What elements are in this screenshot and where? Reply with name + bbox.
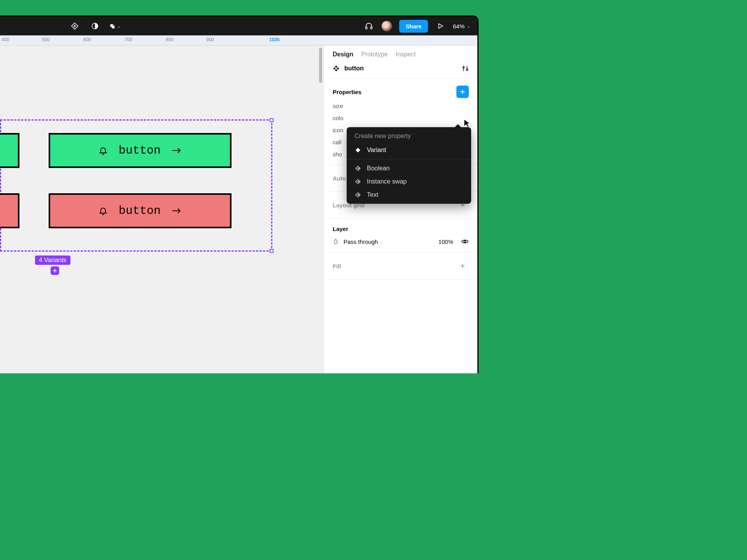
opacity-value[interactable]: 100% [438, 238, 453, 245]
scrollbar-vertical[interactable] [319, 48, 322, 83]
layer-section: Layer Pass through ⌄ 100% [324, 219, 477, 253]
popup-item-variant[interactable]: Variant [347, 144, 471, 159]
property-item[interactable]: colo [333, 115, 469, 121]
share-button[interactable]: Share [399, 20, 428, 33]
toolbar-right: Share 64% ⌄ [363, 20, 470, 33]
chevron-down-icon: ⌄ [467, 24, 470, 29]
ruler-tick: 700 [124, 37, 132, 42]
popup-item-boolean[interactable]: Boolean [347, 162, 471, 175]
variant-button-red[interactable]: button [49, 193, 231, 228]
text-prop-icon [354, 191, 361, 198]
zoom-dropdown[interactable]: 64% ⌄ [453, 23, 470, 30]
avatar[interactable] [381, 21, 392, 32]
ruler-tick: 600 [83, 37, 91, 42]
svg-rect-2 [112, 26, 114, 28]
popup-title: Create new property [347, 133, 471, 144]
add-variant-button[interactable] [51, 266, 59, 275]
diamond-icon [354, 147, 361, 154]
svg-rect-3 [366, 27, 367, 29]
tab-inspect[interactable]: Inspect [396, 51, 416, 58]
ruler-current: 1035 [269, 37, 280, 42]
blend-icon [333, 238, 339, 245]
add-property-button[interactable] [456, 86, 469, 98]
svg-point-7 [464, 241, 466, 243]
blend-mode-dropdown[interactable]: Pass through ⌄ [344, 238, 434, 245]
boolean-icon [354, 165, 361, 172]
popup-item-text[interactable]: Text [347, 188, 471, 201]
play-icon[interactable] [435, 21, 446, 32]
instance-swap-icon [354, 178, 361, 185]
selection-handle[interactable] [270, 118, 274, 122]
bell-icon [98, 146, 108, 155]
mask-tool-icon[interactable] [89, 21, 100, 32]
app-window: ⌄ Share 64% ⌄ 400 500 600 700 800 900 10… [0, 16, 479, 373]
selection-handle[interactable] [270, 249, 274, 253]
property-item[interactable]: size [333, 103, 469, 109]
svg-point-5 [463, 66, 465, 68]
layer-header: Layer [333, 226, 469, 232]
svg-rect-4 [371, 27, 372, 29]
arrow-right-icon [172, 147, 182, 154]
variant-button-green[interactable]: button [49, 133, 231, 168]
fill-header: Fill + [333, 260, 469, 272]
chevron-down-icon: ⌄ [117, 24, 121, 29]
bell-icon [98, 206, 108, 215]
button-label: button [119, 204, 161, 217]
button-label: button [119, 144, 161, 157]
fill-section: Fill + [324, 253, 477, 280]
variants-badge: 4 Variants [35, 256, 70, 265]
boolean-tool-icon[interactable]: ⌄ [110, 21, 121, 32]
canvas[interactable]: button button 4 Variants [0, 46, 324, 373]
tab-prototype[interactable]: Prototype [361, 51, 388, 58]
ruler-tick: 800 [166, 37, 174, 42]
svg-point-6 [466, 69, 468, 70]
settings-icon[interactable] [462, 65, 469, 72]
ruler-tick: 400 [2, 37, 9, 42]
toolbar: ⌄ Share 64% ⌄ [0, 17, 477, 35]
popup-item-instance-swap[interactable]: Instance swap [347, 175, 471, 188]
tab-design[interactable]: Design [333, 51, 353, 58]
properties-header: Properties [333, 86, 469, 98]
variant-button-red-small[interactable] [0, 193, 19, 228]
ruler[interactable]: 400 500 600 700 800 900 1035 [0, 35, 477, 46]
ruler-tick: 900 [206, 37, 214, 42]
chevron-down-icon: ⌄ [380, 240, 383, 245]
toolbar-tools: ⌄ [69, 21, 121, 32]
create-property-popup: Create new property Variant Boolean [347, 127, 471, 204]
variant-button-green-small[interactable] [0, 133, 19, 168]
panel-tabs: Design Prototype Inspect [324, 46, 477, 62]
component-icon [333, 65, 340, 72]
zoom-value: 64% [453, 23, 465, 30]
headphones-icon[interactable] [363, 21, 374, 32]
workspace: button button 4 Variants De [0, 46, 477, 373]
add-fill-button[interactable]: + [456, 260, 469, 272]
layer-blend-row: Pass through ⌄ 100% [333, 238, 469, 245]
arrow-right-icon [172, 207, 182, 215]
component-tool-icon[interactable] [69, 21, 80, 32]
properties-panel: Design Prototype Inspect button Properti… [324, 46, 477, 373]
component-row: button [324, 62, 477, 79]
eye-icon[interactable] [461, 238, 469, 245]
ruler-tick: 500 [42, 37, 50, 42]
component-name: button [344, 65, 364, 72]
